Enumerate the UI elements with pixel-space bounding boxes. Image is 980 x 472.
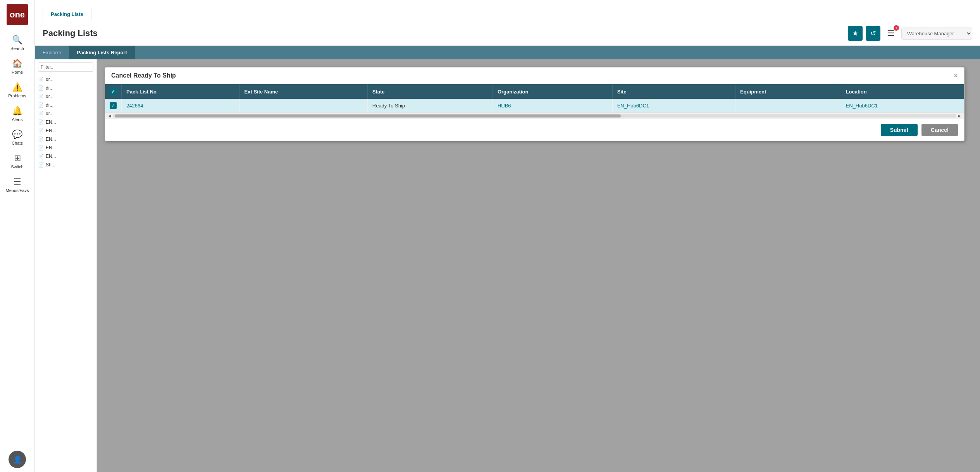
home-icon: 🏠 <box>12 59 22 69</box>
sidebar: one 🔍 Search 🏠 Home ⚠️ Problems 🔔 Alerts… <box>0 0 35 472</box>
sidebar-item-chats[interactable]: 💬 Chats <box>0 126 34 149</box>
close-icon: × <box>954 72 958 80</box>
modal-header: Cancel Ready To Ship × <box>105 67 964 84</box>
row-pack-list-no[interactable]: 242664 <box>122 99 240 112</box>
list-item[interactable]: 📄 dr... <box>35 109 96 118</box>
row-checkbox[interactable]: ✓ <box>110 102 117 109</box>
sub-tab-report[interactable]: Packing Lists Report <box>69 46 134 59</box>
main-panel: Cancel Ready To Ship × ✓ <box>97 59 980 472</box>
sidebar-item-home[interactable]: 🏠 Home <box>0 55 34 78</box>
list-item[interactable]: 📄 EN... <box>35 118 96 126</box>
sidebar-item-switch[interactable]: ⊞ Switch <box>0 149 34 173</box>
row-site[interactable]: EN_Hub6DC1 <box>612 99 735 112</box>
tab-packing-lists[interactable]: Packing Lists <box>43 8 91 21</box>
list-item[interactable]: 📄 EN... <box>35 144 96 152</box>
page-title: Packing Lists <box>43 28 848 38</box>
col-header-location: Location <box>841 84 964 99</box>
col-header-ext-site-name: Ext Site Name <box>239 84 367 99</box>
modal-footer: Submit Cancel <box>105 119 964 141</box>
file-icon: 📄 <box>38 94 44 99</box>
header-actions: ★ ↺ ☰ 1 Warehouse Manager Admin Supervis… <box>848 26 972 41</box>
file-icon: 📄 <box>38 102 44 108</box>
row-state: Ready To Ship <box>367 99 493 112</box>
explorer-filter <box>35 59 96 75</box>
row-ext-site-name <box>239 99 367 112</box>
modal-title: Cancel Ready To Ship <box>111 72 176 79</box>
list-item[interactable]: 📄 Sh... <box>35 161 96 169</box>
list-item[interactable]: 📄 EN... <box>35 135 96 144</box>
list-item[interactable]: 📄 dr... <box>35 84 96 92</box>
file-icon: 📄 <box>38 128 44 133</box>
menus-icon: ☰ <box>14 177 21 187</box>
file-icon: 📄 <box>38 162 44 168</box>
menu-icon: ☰ <box>887 28 895 38</box>
sub-tabs: Explorer Packing Lists Report <box>35 46 980 59</box>
star-button[interactable]: ★ <box>848 26 863 41</box>
col-header-equipment: Equipment <box>735 84 841 99</box>
tab-bar: Packing Lists <box>35 0 980 21</box>
notification-button[interactable]: ☰ 1 <box>884 26 898 41</box>
sidebar-item-menus[interactable]: ☰ Menus/Favs <box>0 173 34 197</box>
scrollbar-track[interactable] <box>113 114 956 118</box>
file-icon: 📄 <box>38 77 44 82</box>
modal-table-container: ✓ Pack List No Ext Site Name <box>105 84 964 112</box>
content-area: 📄 dr... 📄 dr... 📄 dr... 📄 dr... 📄 dr... … <box>35 59 980 472</box>
notification-badge: 1 <box>894 25 899 31</box>
problems-icon: ⚠️ <box>12 82 22 92</box>
packing-list-table: ✓ Pack List No Ext Site Name <box>105 84 964 112</box>
role-select[interactable]: Warehouse Manager Admin Supervisor <box>901 28 972 40</box>
main-content: Packing Lists Packing Lists ★ ↺ ☰ 1 Ware… <box>35 0 980 472</box>
col-header-site: Site <box>612 84 735 99</box>
star-icon: ★ <box>852 29 858 38</box>
col-header-pack-list-no: Pack List No <box>122 84 240 99</box>
file-icon: 📄 <box>38 145 44 150</box>
col-header-organization: Organization <box>493 84 612 99</box>
file-icon: 📄 <box>38 85 44 91</box>
list-item[interactable]: 📄 dr... <box>35 92 96 101</box>
page-header: Packing Lists ★ ↺ ☰ 1 Warehouse Manager … <box>35 21 980 46</box>
row-organization[interactable]: HUB6 <box>493 99 612 112</box>
modal-overlay: Cancel Ready To Ship × ✓ <box>97 59 980 472</box>
chats-icon: 💬 <box>12 130 22 140</box>
file-icon: 📄 <box>38 137 44 142</box>
app-logo[interactable]: one <box>7 4 28 25</box>
list-item[interactable]: 📄 EN... <box>35 126 96 135</box>
sidebar-item-alerts[interactable]: 🔔 Alerts <box>0 102 34 126</box>
list-item[interactable]: 📄 dr... <box>35 101 96 109</box>
switch-icon: ⊞ <box>14 153 21 163</box>
sidebar-item-search[interactable]: 🔍 Search <box>0 31 34 55</box>
select-all-checkbox[interactable]: ✓ <box>110 88 117 95</box>
avatar-icon: 👤 <box>13 455 22 464</box>
submit-button[interactable]: Submit <box>881 124 918 136</box>
explorer-panel: 📄 dr... 📄 dr... 📄 dr... 📄 dr... 📄 dr... … <box>35 59 97 472</box>
sidebar-item-problems[interactable]: ⚠️ Problems <box>0 78 34 102</box>
scroll-right-arrow[interactable]: ▶ <box>956 114 963 118</box>
col-header-select: ✓ <box>105 84 122 99</box>
row-select-cell[interactable]: ✓ <box>105 99 122 112</box>
file-icon: 📄 <box>38 119 44 125</box>
alerts-icon: 🔔 <box>12 106 22 116</box>
row-equipment <box>735 99 841 112</box>
col-header-state: State <box>367 84 493 99</box>
list-item[interactable]: 📄 dr... <box>35 75 96 84</box>
horizontal-scrollbar[interactable]: ◀ ▶ <box>105 112 964 119</box>
cancel-ready-to-ship-modal: Cancel Ready To Ship × ✓ <box>105 67 964 141</box>
scrollbar-thumb[interactable] <box>115 114 621 118</box>
table-row[interactable]: ✓ 242664 Ready To Ship HUB6 EN_Hub6DC1 E… <box>105 99 964 112</box>
avatar[interactable]: 👤 <box>9 451 26 468</box>
sub-tab-explorer[interactable]: Explorer <box>35 46 69 59</box>
search-icon: 🔍 <box>12 35 22 45</box>
file-icon: 📄 <box>38 111 44 116</box>
list-item[interactable]: 📄 EN... <box>35 152 96 161</box>
scroll-left-arrow[interactable]: ◀ <box>107 114 113 118</box>
explorer-filter-input[interactable] <box>38 62 93 72</box>
row-location[interactable]: EN_Hub6DC1 <box>841 99 964 112</box>
modal-close-button[interactable]: × <box>954 72 958 79</box>
refresh-icon: ↺ <box>870 29 876 38</box>
file-icon: 📄 <box>38 154 44 159</box>
refresh-button[interactable]: ↺ <box>866 26 880 41</box>
cancel-button[interactable]: Cancel <box>921 124 958 136</box>
